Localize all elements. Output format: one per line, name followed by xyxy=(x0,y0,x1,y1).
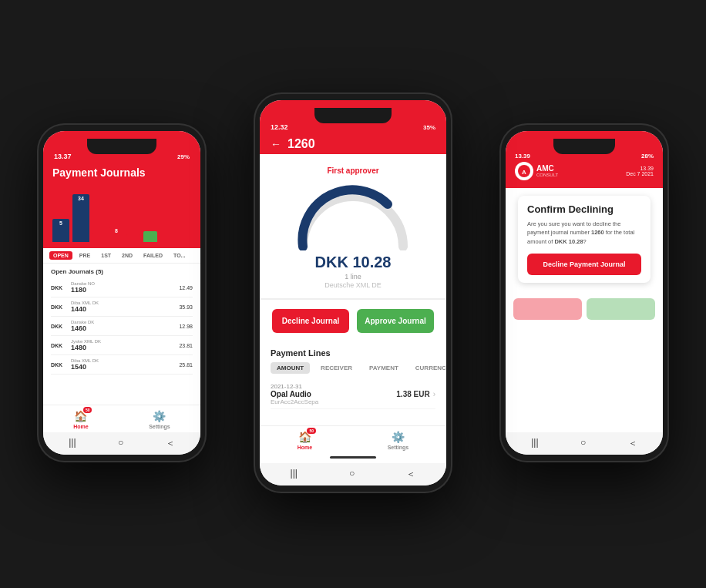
approve-journal-button[interactable]: Approve Journal xyxy=(357,309,434,333)
right-phone-controls: ||| ○ ＜ xyxy=(506,432,663,455)
tab-to[interactable]: TO... xyxy=(170,251,189,260)
svg-text:A: A xyxy=(522,169,526,176)
back-arrow-icon[interactable]: ← xyxy=(271,138,281,150)
center-nav-settings[interactable]: ⚙️ Settings xyxy=(388,431,409,450)
center-nav-home[interactable]: 🏠 50 Home xyxy=(298,431,312,450)
info-1540: Diba XML DK 1540 xyxy=(71,358,176,371)
amc-logo: A AMC CONSULT xyxy=(515,162,558,180)
left-notch xyxy=(87,139,156,154)
tab-failed[interactable]: FAILED xyxy=(140,251,166,260)
center-back-icon[interactable]: ＜ xyxy=(406,468,415,481)
center-time: 12.32 xyxy=(271,123,288,131)
journal-item-1460[interactable]: DKK Danske DK 1460 12.98 xyxy=(51,317,193,336)
tab-2nd[interactable]: 2ND xyxy=(118,251,136,260)
currency-1180: DKK xyxy=(51,285,68,291)
gauge-bank: Deutsche XML DE xyxy=(324,281,382,289)
info-1460: Danske DK 1460 xyxy=(71,320,176,332)
journal-id: 1260 xyxy=(287,137,315,151)
right-notch xyxy=(553,139,615,154)
center-home-button-icon[interactable]: ○ xyxy=(349,468,355,481)
gauge-value: DKK 10.28 xyxy=(315,254,392,271)
right-home-button-icon[interactable]: ○ xyxy=(580,437,586,450)
amc-logo-svg: A xyxy=(517,164,531,178)
pl-tab-payment[interactable]: PAYMENT xyxy=(363,362,405,374)
gauge-area: First approver DKK 10.28 1 line Deutsche… xyxy=(260,154,446,298)
journal-item-1440[interactable]: DKK Diba XML DK 1440 35.93 xyxy=(51,297,193,317)
amount-1460: 12.98 xyxy=(179,324,193,329)
payment-lines-tabs: AMOUNT RECEIVER PAYMENT CURRENCY xyxy=(271,362,435,374)
left-phone-screen: 13.37 29% Payment Journals 5 xyxy=(43,131,200,455)
center-settings-icon: ⚙️ xyxy=(392,431,405,443)
pl-tab-currency[interactable]: CURRENCY xyxy=(409,362,446,374)
currency-1460: DKK xyxy=(51,324,68,329)
right-back-icon[interactable]: ＜ xyxy=(628,437,637,450)
right-header-time: 13.39 xyxy=(626,166,654,171)
amc-text-block: AMC CONSULT xyxy=(536,165,558,177)
bar-3 xyxy=(92,233,106,242)
right-phone-screen: 13.39 28% A xyxy=(506,131,663,455)
home-label: Home xyxy=(73,424,88,429)
payment-journals-title: Payment Journals xyxy=(52,166,191,179)
tab-pre[interactable]: PRE xyxy=(76,251,94,260)
payment-line-item-1[interactable]: 2021-12-31 Opal Audio EurAcc2AccSepa 1.3… xyxy=(271,380,435,409)
center-signal: 35% xyxy=(423,124,435,131)
left-phone-controls: ||| ○ ＜ xyxy=(43,432,200,455)
right-phone: 13.39 28% A xyxy=(499,123,669,462)
center-home-label: Home xyxy=(298,445,312,450)
approver-label: First approver xyxy=(327,166,378,175)
center-settings-label: Settings xyxy=(388,445,409,450)
settings-icon: ⚙️ xyxy=(153,410,166,422)
home-button-icon[interactable]: ○ xyxy=(118,437,123,450)
number-1460: 1460 xyxy=(71,324,176,332)
amc-sub: CONSULT xyxy=(536,173,558,177)
menu-icon: ||| xyxy=(69,437,76,450)
decline-payment-button[interactable]: Decline Payment Journal xyxy=(527,254,641,275)
info-1440: Diba XML DK 1440 xyxy=(71,301,176,313)
right-header-date: 13.39 Dec 7 2021 xyxy=(626,166,654,176)
payment-lines-section: Payment Lines AMOUNT RECEIVER PAYMENT CU… xyxy=(260,342,446,425)
right-header-date-text: Dec 7 2021 xyxy=(626,171,654,176)
number-1440: 1440 xyxy=(71,305,176,313)
decline-journal-button[interactable]: Decline Journal xyxy=(272,309,349,333)
bar-4: 8 xyxy=(109,227,123,242)
chart-area: 5 34 8 xyxy=(43,186,200,248)
center-bottom-nav: 🏠 50 Home ⚙️ Settings xyxy=(260,425,446,453)
right-action-buttons-blurred xyxy=(506,291,663,324)
center-phone-controls: ||| ○ ＜ xyxy=(260,463,446,486)
journals-list: Open Journals (5) DKK Danske NO 1180 12.… xyxy=(43,264,200,405)
pli-amount-1: 1.38 EUR xyxy=(396,390,429,398)
right-menu-icon: ||| xyxy=(531,437,538,450)
amount-1540: 25.81 xyxy=(179,362,193,368)
center-home-indicator xyxy=(260,453,446,463)
left-nav-home[interactable]: 🏠 50 Home xyxy=(73,410,88,429)
blurred-approve-button xyxy=(587,298,655,320)
center-notch xyxy=(314,108,392,123)
currency-1540: DKK xyxy=(51,362,68,368)
back-icon[interactable]: ＜ xyxy=(166,437,175,450)
tab-open[interactable]: OPEN xyxy=(49,251,72,260)
pli-info-1: 2021-12-31 Opal Audio EurAcc2AccSepa xyxy=(271,383,396,405)
left-nav-settings[interactable]: ⚙️ Settings xyxy=(149,410,170,429)
pli-name-1: Opal Audio xyxy=(271,390,396,398)
pl-tab-receiver[interactable]: RECEIVER xyxy=(314,362,358,374)
confirm-declining-card: Confirm Declining Are you sure you want … xyxy=(518,196,651,283)
confirm-body: Are you sure you want to decline the pay… xyxy=(527,220,641,246)
journal-item-1480[interactable]: DKK Jyske XML DK 1480 23.81 xyxy=(51,336,193,355)
pli-arrow-icon: › xyxy=(433,390,435,398)
journal-item-1540[interactable]: DKK Diba XML DK 1540 25.81 xyxy=(51,355,193,375)
center-home-bar xyxy=(330,456,376,459)
info-1480: Jyske XML DK 1480 xyxy=(71,339,176,351)
left-status-icons: 29% xyxy=(177,153,190,160)
left-phone-frame: 13.37 29% Payment Journals 5 xyxy=(37,123,207,462)
settings-label: Settings xyxy=(149,424,170,429)
pl-tab-amount[interactable]: AMOUNT xyxy=(271,362,310,374)
amc-name: AMC xyxy=(536,165,558,173)
pli-date-1: 2021-12-31 xyxy=(271,383,396,390)
center-phone-screen: 12.32 35% ← 1260 First approver xyxy=(260,100,446,486)
journal-item-1180[interactable]: DKK Danske NO 1180 12.49 xyxy=(51,278,193,297)
center-phone: 12.32 35% ← 1260 First approver xyxy=(254,92,452,493)
confirm-title: Confirm Declining xyxy=(527,203,641,215)
payment-lines-title: Payment Lines xyxy=(271,348,435,358)
tab-1st[interactable]: 1ST xyxy=(97,251,115,260)
bar-2: 34 xyxy=(72,194,89,242)
